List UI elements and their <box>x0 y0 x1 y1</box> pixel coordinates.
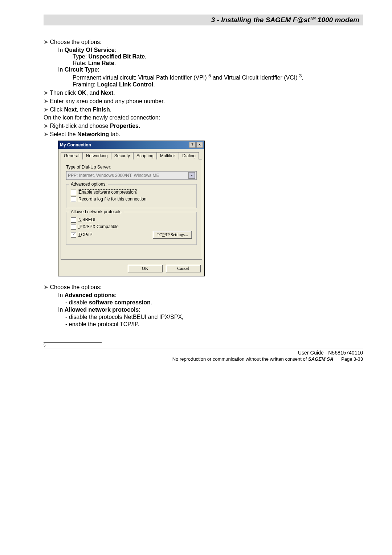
footnote-number: 5 <box>44 343 363 347</box>
bullet-choose-options-1: Choose the options: <box>44 39 363 45</box>
line-type-unspec: Type: Unspecified Bit Rate, <box>73 53 363 60</box>
bullet-area-code: Enter any area code and any phone number… <box>44 98 363 105</box>
ok-button[interactable]: OK <box>128 265 163 272</box>
footer-copy-text: No reproduction or communication without… <box>172 356 334 362</box>
tab-networking[interactable]: Networking <box>83 152 111 159</box>
footer-user-guide: User Guide - N56815740110 <box>298 350 363 356</box>
page-footer: User Guide - N56815740110 No reproductio… <box>44 348 363 362</box>
group-advanced-options: Advanced options: Enable software compre… <box>66 184 197 208</box>
line-on-icon: On the icon for the newly created connec… <box>44 114 363 121</box>
checkbox-enable-software-compression[interactable] <box>71 190 76 195</box>
dialog-title: My Connection <box>60 142 91 147</box>
chevron-down-icon[interactable]: ▾ <box>188 172 195 179</box>
tab-strip: General Networking Security Scripting Mu… <box>61 152 202 159</box>
line-rate-line: Rate: Line Rate. <box>73 60 363 66</box>
label-type-of-dialup-server: Type of Dial-Up Server: <box>66 165 197 170</box>
dialog-titlebar: My Connection ? × <box>58 141 204 149</box>
label-enable-software-compression: Enable software compression <box>78 190 136 195</box>
label-tcpip: TCP/IP <box>78 232 93 237</box>
tab-dialing[interactable]: Dialing <box>179 152 199 159</box>
group-title-allowed: Allowed network protocols: <box>69 209 124 214</box>
bullet-ok-next: Then click OK, and Next. <box>44 89 363 96</box>
group-title-advanced: Advanced options: <box>69 182 108 187</box>
close-icon[interactable]: × <box>196 142 203 148</box>
dash-enable-tcpip: enable the protocol TCP/IP. <box>65 321 363 328</box>
label-record-log-file: Record a log file for this connection <box>78 197 146 202</box>
line-in-allowed: In Allowed network protocols: <box>58 307 363 313</box>
footer-copyright-line: No reproduction or communication without… <box>172 356 363 362</box>
bullet-select-networking: Select the Networking tab. <box>44 131 363 138</box>
footer-page-number: Page 3-33 <box>341 356 363 362</box>
label-netbeui: NetBEUI <box>78 217 95 222</box>
dialup-server-type-value: PPP: Internet, Windows 2000/NT, Windows … <box>68 173 159 178</box>
cancel-button[interactable]: Cancel <box>166 265 201 272</box>
checkbox-ipx-spx[interactable] <box>71 224 76 230</box>
tab-security[interactable]: Security <box>111 152 133 159</box>
dash-disable-software-compression: disable software compression. <box>65 299 363 306</box>
line-in-qos: In Quality Of Service: <box>58 47 363 53</box>
tab-scripting[interactable]: Scripting <box>133 152 157 159</box>
chapter-header: 3 - Installing the SAGEM F@stTM 1000 mod… <box>44 15 363 25</box>
tab-panel-networking: Type of Dial-Up Server: /* hidden: label… <box>61 159 202 260</box>
line-in-advanced: In Advanced options: <box>58 292 363 299</box>
my-connection-dialog: My Connection ? × General Networking Sec… <box>58 141 205 276</box>
checkbox-record-log-file[interactable] <box>71 197 76 202</box>
footnote-rule <box>44 342 102 343</box>
dash-disable-protocols: disable the protocols NetBEUI and IPX/SP… <box>65 314 363 320</box>
bullet-next-finish: Click Next, then Finish. <box>44 106 363 113</box>
tab-general[interactable]: General <box>61 152 83 159</box>
group-allowed-protocols: Allowed network protocols: NetBEUI IPX/S… <box>66 212 197 245</box>
dialog-button-row: OK Cancel <box>58 263 204 276</box>
dialup-server-type-combo[interactable]: PPP: Internet, Windows 2000/NT, Windows … <box>66 171 197 180</box>
bullet-right-click-properties: Right-click and choose Properties. <box>44 122 363 129</box>
label-ipx-spx: IPX/SPX Compatible <box>78 224 119 229</box>
checkbox-tcpip[interactable] <box>71 232 76 238</box>
line-framing: Framing: Logical Link Control. <box>73 81 363 88</box>
tab-multilink[interactable]: Multilink <box>157 152 179 159</box>
line-perm-vc: Permanent virtual circuit: Virtual Path … <box>73 73 363 81</box>
tcpip-settings-button[interactable]: TCP/IP Settings... <box>153 231 192 239</box>
bullet-choose-options-2: Choose the options: <box>44 284 363 291</box>
checkbox-netbeui[interactable] <box>71 217 76 223</box>
line-in-circuit: In Circuit Type: <box>58 66 363 73</box>
help-icon[interactable]: ? <box>189 142 196 148</box>
